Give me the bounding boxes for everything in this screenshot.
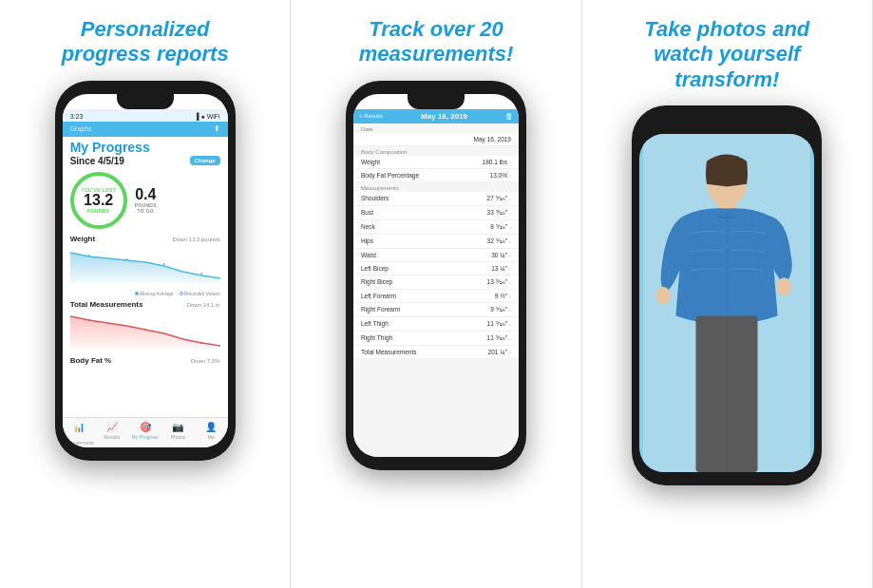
- icons-1: ▐ ● WiFi: [195, 113, 220, 120]
- phone-3: [632, 105, 822, 485]
- meas-row-arrow: ›: [509, 335, 511, 341]
- meas-row-arrow: ›: [509, 224, 511, 230]
- date-row: May 16, 2019: [353, 133, 519, 146]
- bottom-nav-1: 📊 All Measurements 📈 Results 🎯 My Progre…: [63, 417, 228, 447]
- meas-row-arrow: ›: [509, 293, 511, 298]
- svg-point-1: [87, 255, 89, 256]
- svg-point-13: [656, 287, 671, 305]
- nav-photos[interactable]: 📷 Photos: [161, 422, 195, 446]
- legend-avg-dot: Moving Average: [135, 291, 174, 296]
- screen-1: 3:23 ▐ ● WiFi Graphs ⬆ My Progress Since…: [63, 94, 228, 447]
- nav-me-icon: 👤: [205, 422, 217, 432]
- meas-row-label: Right Forearm: [361, 306, 401, 313]
- table-row[interactable]: Right Forearm 9 ⁵⁄₁₆" ›: [353, 303, 519, 317]
- meas-row-label: Right Thigh: [361, 334, 392, 341]
- svg-point-3: [162, 263, 164, 265]
- panel-measurements: Track over 20 measurements! < Results Ma…: [291, 0, 581, 588]
- meas-row-arrow: ›: [509, 238, 511, 244]
- status-bar-1: 3:23 ▐ ● WiFi: [63, 109, 228, 122]
- back-button[interactable]: < Results: [359, 113, 383, 119]
- legend-rec-dot: Recorded Values: [180, 291, 220, 296]
- nav-progress-label: My Progress: [132, 434, 159, 440]
- total-title: Total Measurements: [70, 300, 143, 309]
- table-row[interactable]: Right Bicep 13 ⁵⁄₁₆" ›: [353, 275, 519, 290]
- panel-progress: Personalized progress reports 3:23 ▐ ● W…: [0, 0, 291, 588]
- nav-me[interactable]: 👤 Me: [195, 422, 228, 446]
- meas-row-val: 30 ¼" ›: [491, 252, 511, 258]
- weight-chart: [70, 245, 220, 283]
- weight-legend: Moving Average Recorded Values: [70, 291, 220, 296]
- weight-meas-row[interactable]: Weight 180.1 lbs ›: [353, 156, 519, 169]
- bodyfat-sub: Down 7.5%: [191, 358, 220, 364]
- nav-results-label: Results: [104, 434, 121, 440]
- graphs-header: Graphs ⬆: [63, 122, 228, 137]
- notch-2: [408, 94, 465, 109]
- time-1: 3:23: [70, 113, 84, 120]
- total-chart: [70, 311, 220, 349]
- trash-icon[interactable]: 🗑: [505, 112, 513, 121]
- table-row[interactable]: Right Thigh 11 ⁵⁄₁₆" ›: [353, 332, 519, 346]
- nav-my-progress[interactable]: 🎯 My Progress: [128, 422, 161, 446]
- togo-label: POUNDS TO GO: [135, 202, 157, 214]
- table-row[interactable]: Waist 30 ¼" ›: [353, 249, 519, 262]
- notch-1: [117, 94, 174, 109]
- table-row[interactable]: Shoulders 27 ⁵⁄₁₆" ›: [353, 192, 519, 206]
- table-row[interactable]: Hips 32 ⁵⁄₁₆" ›: [353, 235, 519, 249]
- weight-title: Weight: [70, 235, 96, 243]
- meas-row-arrow: ›: [509, 210, 511, 216]
- table-row[interactable]: Bust 33 ⁹⁄₁₆" ›: [353, 206, 519, 220]
- date-value: May 16, 2019: [474, 136, 511, 142]
- meas-row-val: 11 ⁵⁄₁₆" ›: [487, 334, 511, 342]
- table-row[interactable]: Left Thigh 11 ⁵⁄₁₆" ›: [353, 317, 519, 332]
- meas-row-arrow: ›: [509, 252, 511, 257]
- togo-number: 0.4: [135, 187, 156, 202]
- panel3-title: Take photos and watch yourself transform…: [644, 17, 809, 92]
- meas-row-val: 32 ⁵⁄₁₆" ›: [487, 237, 511, 245]
- table-row[interactable]: Neck 8 ⁵⁄₁₆" ›: [353, 220, 519, 235]
- nav-results[interactable]: 📈 Results: [95, 422, 128, 446]
- meas-row-val: 11 ⁵⁄₁₆" ›: [487, 320, 511, 328]
- bodyfat-meas-val: 13.0% ›: [490, 172, 511, 179]
- meas-row-arrow: ›: [509, 265, 511, 271]
- meas-row-label: Neck: [361, 223, 375, 230]
- meas-row-val: 33 ⁹⁄₁₆" ›: [487, 209, 511, 217]
- meas-row-arrow: ›: [509, 196, 511, 201]
- phone-2: < Results May 16, 2019 🗑 Date May 16, 20…: [346, 81, 526, 470]
- weight-section: Weight Down 13.2 pounds: [70, 235, 220, 243]
- bodyfat-meas-label: Body Fat Percentage: [361, 172, 419, 179]
- meas-row-val: 201 ¼" ›: [488, 349, 511, 355]
- meas-row-label: Left Forearm: [361, 293, 396, 299]
- meas-row-arrow: ›: [509, 279, 511, 285]
- weight-meas-label: Weight: [361, 159, 380, 165]
- meas-row-label: Bust: [361, 209, 373, 216]
- meas-row-label: Left Thigh: [361, 320, 389, 327]
- bodyfat-section: Body Fat % Down 7.5%: [70, 356, 220, 365]
- screen2-body: Date May 16, 2019 Body Composition Weigh…: [353, 123, 519, 457]
- meas-row-arrow: ›: [509, 321, 511, 327]
- meas-row-label: Waist: [361, 252, 376, 258]
- body-comp-label: Body Composition: [353, 146, 519, 156]
- circles-row: YOU'VE LOST 13.2 POUNDS 0.4 POUNDS TO GO: [70, 172, 220, 229]
- bodyfat-meas-row[interactable]: Body Fat Percentage 13.0% ›: [353, 169, 519, 182]
- svg-point-2: [125, 258, 127, 260]
- svg-point-8: [200, 342, 202, 344]
- weight-meas-val: 180.1 lbs ›: [483, 159, 511, 165]
- total-section: Total Measurements Down 14.1 in: [70, 300, 220, 309]
- notch-3: [698, 119, 755, 134]
- meas-row-val: 9 ½" ›: [495, 293, 511, 299]
- weight-arrow: ›: [509, 159, 511, 164]
- nav-results-icon: 📈: [106, 422, 118, 432]
- since-label: Since 4/5/19: [70, 156, 124, 166]
- table-row[interactable]: Left Forearm 9 ½" ›: [353, 290, 519, 303]
- panel2-title: Track over 20 measurements!: [359, 17, 514, 67]
- table-row[interactable]: Total Measurements 201 ¼" ›: [353, 346, 519, 359]
- graphs-label: Graphs: [70, 125, 92, 132]
- panel-photos: Take photos and watch yourself transform…: [582, 0, 873, 588]
- table-row[interactable]: Left Bicep 13 ¼" ›: [353, 262, 519, 275]
- svg-point-4: [200, 273, 202, 275]
- nav-all-icon: 📊: [73, 422, 85, 432]
- nav-photos-icon: 📷: [172, 422, 183, 432]
- svg-point-7: [144, 329, 146, 331]
- change-button[interactable]: Change: [190, 156, 220, 165]
- nav-all-measurements[interactable]: 📊 All Measurements: [63, 422, 96, 446]
